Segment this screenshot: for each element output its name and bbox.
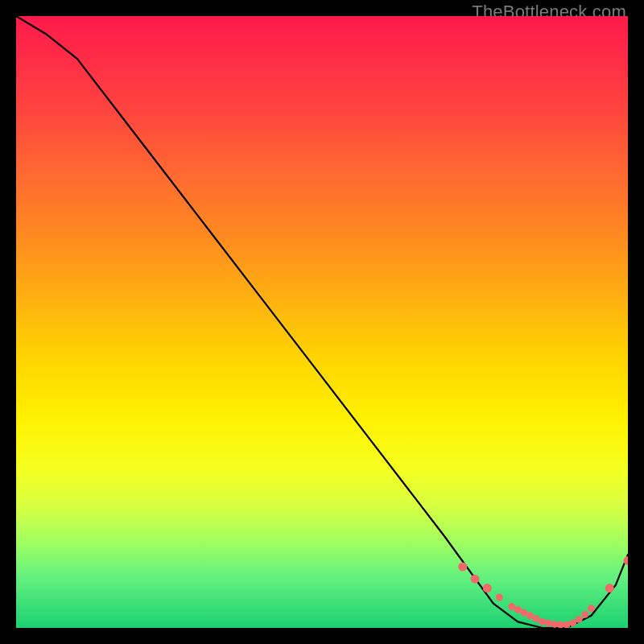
plot-area [16, 16, 628, 628]
marker-dot [545, 619, 552, 626]
marker-dot [508, 603, 515, 610]
optimal-zone-markers [458, 556, 628, 628]
marker-dot [496, 594, 503, 601]
bottleneck-curve [16, 16, 628, 628]
marker-dot [526, 612, 534, 619]
marker-dot [514, 606, 522, 613]
marker-dot [588, 605, 595, 612]
marker-dot [581, 611, 588, 618]
marker-dot [458, 563, 467, 572]
marker-dot [520, 609, 527, 617]
marker-dot [483, 584, 492, 592]
marker-dot [551, 621, 558, 628]
marker-dot [624, 556, 629, 565]
marker-dot [557, 621, 564, 628]
marker-dot [533, 615, 540, 622]
marker-dot [564, 621, 571, 628]
chart-stage: TheBottleneck.com [0, 0, 644, 644]
marker-dot [605, 584, 614, 592]
marker-dot [576, 616, 583, 623]
marker-dot [569, 619, 576, 626]
curve-layer [16, 16, 628, 628]
marker-dot [539, 618, 546, 625]
marker-dot [471, 575, 480, 584]
